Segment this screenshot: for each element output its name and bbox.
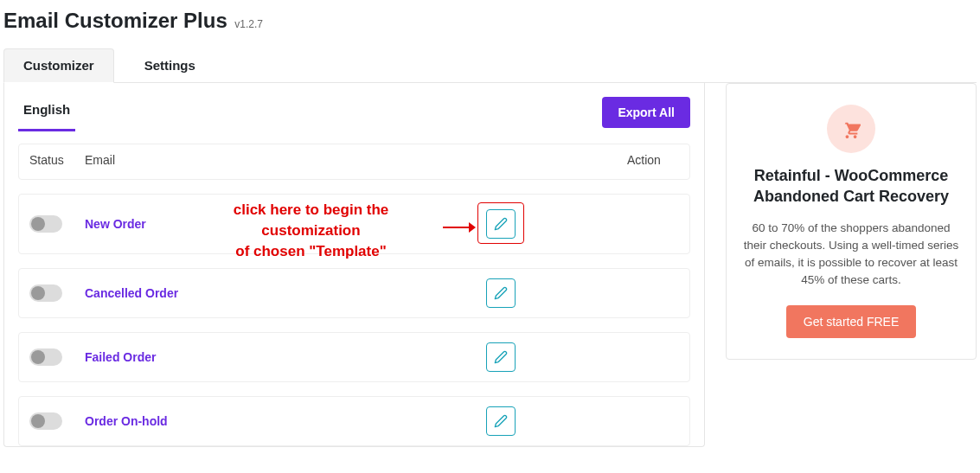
promo-title: Retainful - WooCommerce Abandoned Cart R… bbox=[742, 165, 960, 208]
table-row: Order On-hold bbox=[18, 396, 690, 446]
edit-template-button[interactable] bbox=[486, 406, 516, 436]
edit-template-button[interactable] bbox=[486, 278, 516, 308]
email-template-link[interactable]: Failed Order bbox=[85, 350, 156, 364]
table-header: Status Email Action bbox=[18, 144, 690, 180]
toggle-knob bbox=[31, 286, 45, 300]
main-tabs: Customizer Settings bbox=[3, 48, 977, 83]
promo-sidebar: Retainful - WooCommerce Abandoned Cart R… bbox=[726, 83, 977, 360]
table-row: New Order click here to begin the custom… bbox=[18, 194, 690, 254]
tab-customizer[interactable]: Customizer bbox=[3, 48, 114, 83]
pencil-icon bbox=[494, 217, 508, 231]
promo-description: 60 to 70% of the shoppers abandoned thei… bbox=[742, 220, 960, 290]
column-email: Email bbox=[85, 153, 627, 167]
edit-template-button[interactable] bbox=[486, 209, 516, 239]
email-template-link[interactable]: Cancelled Order bbox=[85, 286, 178, 300]
edit-template-button[interactable] bbox=[486, 342, 516, 372]
status-toggle[interactable] bbox=[29, 348, 62, 366]
pencil-icon bbox=[494, 350, 508, 364]
toggle-knob bbox=[31, 350, 45, 364]
table-row: Cancelled Order bbox=[18, 268, 690, 318]
tab-settings[interactable]: Settings bbox=[125, 48, 215, 82]
cart-badge bbox=[827, 105, 875, 153]
svg-marker-1 bbox=[469, 222, 476, 233]
status-toggle[interactable] bbox=[29, 215, 62, 233]
pencil-icon bbox=[494, 414, 508, 428]
column-action: Action bbox=[627, 153, 679, 167]
status-toggle[interactable] bbox=[29, 412, 62, 430]
column-status: Status bbox=[29, 153, 85, 167]
app-title: Email Customizer Plus bbox=[3, 9, 227, 32]
toggle-knob bbox=[31, 414, 45, 428]
table-row: Failed Order bbox=[18, 332, 690, 382]
app-version: v1.2.7 bbox=[234, 18, 263, 30]
email-template-link[interactable]: Order On-hold bbox=[85, 414, 168, 428]
language-tab-english[interactable]: English bbox=[18, 93, 75, 131]
annotation-text: click here to begin the customization of… bbox=[183, 200, 439, 261]
pencil-icon bbox=[494, 286, 508, 300]
cart-icon bbox=[842, 119, 861, 138]
annotation-arrow-icon bbox=[443, 221, 476, 234]
toggle-knob bbox=[31, 217, 45, 231]
get-started-button[interactable]: Get started FREE bbox=[786, 305, 916, 338]
export-all-button[interactable]: Export All bbox=[602, 97, 690, 128]
customizer-panel: English Export All Status Email Action N… bbox=[3, 83, 705, 447]
status-toggle[interactable] bbox=[29, 284, 62, 302]
email-template-link[interactable]: New Order bbox=[85, 217, 146, 231]
